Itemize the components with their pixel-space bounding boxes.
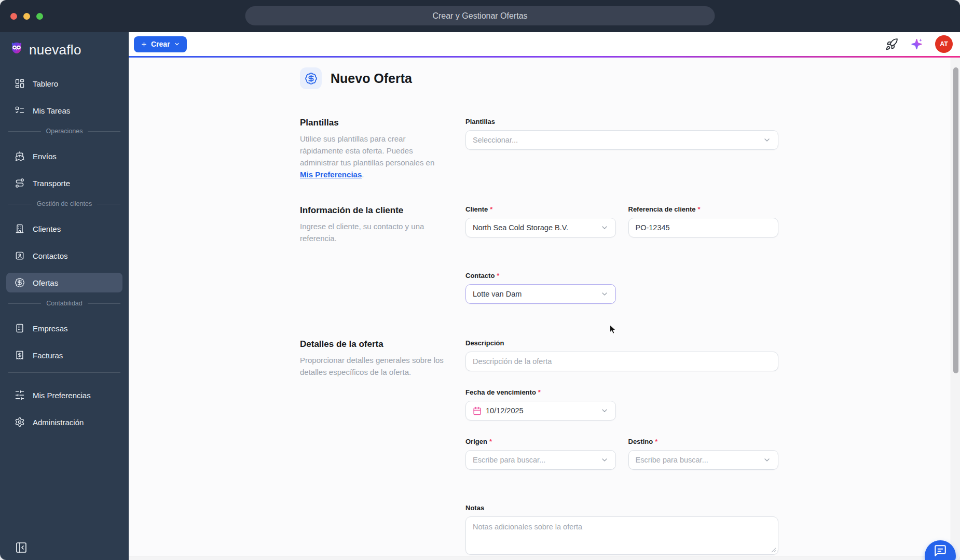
sidebar-item-label: Clientes — [33, 225, 61, 233]
chat-bubble-icon — [934, 544, 947, 557]
sidebar-item-label: Mis Tareas — [33, 106, 70, 115]
chevron-down-icon — [600, 456, 609, 464]
field-label: Origen — [465, 438, 487, 445]
select-value: North Sea Cold Storage B.V. — [473, 223, 596, 232]
cliente-select[interactable]: North Sea Cold Storage B.V. — [465, 218, 616, 237]
sidebar-item-label: Tablero — [33, 79, 58, 88]
select-placeholder: Escribe para buscar... — [636, 456, 759, 464]
field-label: Cliente — [465, 205, 488, 213]
page-title: Nuevo Oferta — [331, 71, 412, 86]
descripcion-input[interactable] — [465, 352, 778, 371]
sidebar-section-contabilidad: Contabilidad — [8, 300, 120, 307]
required-marker: * — [538, 388, 541, 396]
section-heading: Detalles de la oferta — [300, 339, 448, 349]
sparkles-icon — [910, 37, 924, 51]
screen: Crear y Gestionar Ofertas — [0, 0, 960, 560]
sidebar-item-envios[interactable]: Envíos — [6, 146, 122, 166]
section-heading: Plantillas — [300, 118, 448, 128]
sidebar-item-facturas[interactable]: Facturas — [6, 345, 122, 365]
destino-select[interactable]: Escribe para buscar... — [628, 450, 779, 470]
owl-icon — [8, 40, 25, 60]
select-value: Lotte van Dam — [473, 290, 596, 298]
sidebar-item-clientes[interactable]: Clientes — [6, 219, 122, 239]
mis-preferencias-link[interactable]: Mis Preferencias — [300, 170, 362, 179]
page-scroll-area: Nuevo Oferta Plantillas Utilice sus plan… — [129, 58, 951, 556]
plantillas-select[interactable]: Seleccionar... — [465, 130, 778, 150]
sparkles-button[interactable] — [910, 37, 924, 51]
calendar-icon — [473, 407, 482, 415]
origen-select[interactable]: Escribe para buscar... — [465, 450, 616, 470]
page-title-icon — [300, 67, 322, 89]
chevron-down-icon — [600, 223, 609, 232]
top-toolbar: Crear — [129, 32, 960, 56]
plus-icon — [141, 41, 147, 48]
create-button[interactable]: Crear — [134, 36, 187, 52]
sidebar-item-label: Ofertas — [33, 278, 58, 287]
sidebar-item-ofertas[interactable]: Ofertas — [6, 273, 122, 292]
required-marker: * — [489, 438, 492, 445]
vertical-scrollbar[interactable] — [951, 58, 960, 560]
required-marker: * — [655, 438, 657, 445]
sidebar-item-label: Mis Preferencias — [33, 391, 91, 400]
sidebar-item-label: Contactos — [33, 251, 68, 260]
contact-card-icon — [15, 250, 25, 261]
receipt-icon — [15, 350, 25, 360]
sidebar-item-administracion[interactable]: Administración — [6, 412, 122, 432]
collapse-sidebar-button[interactable] — [13, 540, 29, 555]
sidebar-nav: Tablero Mis Tareas Operaciones Envíos — [0, 66, 129, 439]
building-door-icon — [15, 223, 25, 234]
panel-collapse-icon — [15, 541, 28, 554]
main-area: Crear — [129, 32, 960, 560]
sidebar-item-transporte[interactable]: Transporte — [6, 173, 122, 193]
sidebar-item-label: Facturas — [33, 351, 63, 360]
brand-logo[interactable]: nuevaflo — [0, 32, 129, 66]
chevron-down-icon — [174, 41, 180, 47]
route-icon — [15, 178, 25, 188]
zoom-window-button[interactable] — [36, 13, 43, 20]
sidebar-item-empresas[interactable]: Empresas — [6, 318, 122, 338]
sliders-icon — [15, 390, 25, 400]
select-placeholder: Escribe para buscar... — [473, 456, 596, 464]
avatar-initials: AT — [940, 40, 948, 48]
sidebar-item-mis-preferencias[interactable]: Mis Preferencias — [6, 385, 122, 405]
close-window-button[interactable] — [10, 13, 17, 20]
select-value: 10/12/2025 — [486, 407, 596, 415]
required-marker: * — [698, 205, 701, 213]
sidebar-item-label: Administración — [33, 418, 84, 427]
gear-icon — [15, 417, 25, 427]
sidebar-divider — [8, 372, 120, 373]
required-marker: * — [490, 205, 492, 213]
select-placeholder: Seleccionar... — [473, 136, 759, 144]
field-label: Plantillas — [465, 118, 495, 125]
minimize-window-button[interactable] — [23, 13, 30, 20]
app-window: Crear y Gestionar Ofertas — [0, 0, 960, 560]
horizontal-scrollbar[interactable] — [129, 556, 951, 560]
create-button-label: Crear — [151, 40, 170, 48]
fecha-vencimiento-select[interactable]: 10/12/2025 — [465, 401, 616, 421]
notas-textarea[interactable] — [465, 516, 778, 555]
section-description: Proporcionar detalles generales sobre lo… — [300, 354, 448, 378]
sidebar-item-label: Transporte — [33, 179, 70, 188]
description-text: . — [362, 170, 364, 179]
rocket-icon — [885, 38, 898, 51]
tasks-icon — [15, 105, 25, 116]
sidebar-item-label: Envíos — [33, 152, 57, 161]
section-heading: Información de la cliente — [300, 205, 448, 216]
sidebar-item-contactos[interactable]: Contactos — [6, 246, 122, 265]
chevron-down-icon — [763, 136, 771, 144]
field-label: Descripción — [465, 339, 504, 347]
contacto-select[interactable]: Lotte van Dam — [465, 284, 616, 304]
section-plantillas: Plantillas Utilice sus plantillas para c… — [300, 118, 778, 205]
referencia-cliente-input[interactable] — [628, 218, 779, 237]
window-title-text: Crear y Gestionar Ofertas — [432, 11, 527, 21]
sidebar-item-label: Empresas — [33, 324, 68, 333]
avatar[interactable]: AT — [935, 35, 953, 53]
window-titlebar: Crear y Gestionar Ofertas — [0, 0, 960, 32]
section-detalles-oferta: Detalles de la oferta Proporcionar detal… — [300, 339, 778, 555]
rocket-button[interactable] — [885, 38, 898, 51]
brand-name: nuevaflo — [29, 42, 81, 58]
vertical-scrollbar-thumb[interactable] — [953, 67, 958, 373]
app-sidebar: nuevaflo Tablero Mis Tareas Operaciones — [0, 32, 129, 560]
sidebar-item-tablero[interactable]: Tablero — [6, 74, 122, 93]
sidebar-item-mis-tareas[interactable]: Mis Tareas — [6, 101, 122, 120]
